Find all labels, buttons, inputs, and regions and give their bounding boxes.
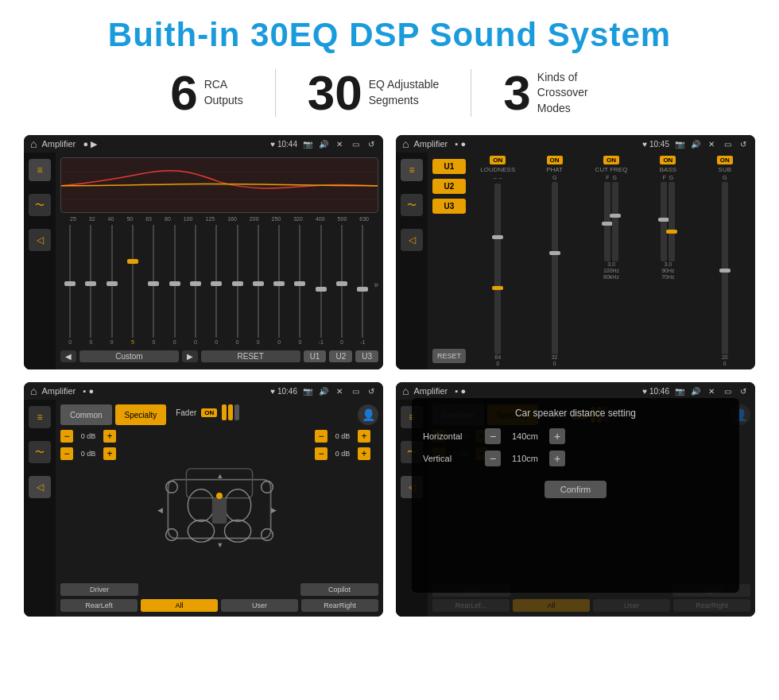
- phat-on-badge[interactable]: ON: [547, 156, 563, 164]
- eq-u2-button[interactable]: U2: [329, 350, 352, 362]
- bass-on-badge[interactable]: ON: [660, 156, 676, 164]
- sp-minus-2[interactable]: −: [60, 447, 73, 460]
- distance-dialog: Car speaker distance setting Horizontal …: [412, 398, 739, 593]
- stat-crossover: 3 Kinds ofCrossover Modes: [471, 68, 640, 118]
- eq-icon[interactable]: ≡: [29, 159, 51, 181]
- eq-bottom-row: ◀ Custom ▶ RESET U1 U2 U3: [60, 348, 378, 365]
- screen-eq: ⌂ Amplifier ● ▶ ♥ 10:44 📷 🔊 ✕ ▭ ↺ ≡ 〜 ◁: [24, 135, 383, 369]
- specialty-tab[interactable]: Specialty: [115, 404, 167, 425]
- person-icon[interactable]: 👤: [358, 404, 378, 425]
- home-icon-1[interactable]: ⌂: [30, 137, 37, 150]
- x-icon-4[interactable]: ✕: [706, 385, 717, 396]
- wave-icon[interactable]: 〜: [29, 194, 51, 216]
- amp-u1-button[interactable]: U1: [432, 159, 466, 174]
- speaker-icon-3[interactable]: ◁: [29, 476, 51, 498]
- back-icon-4[interactable]: ↺: [738, 385, 749, 396]
- home-icon-2[interactable]: ⌂: [402, 137, 409, 150]
- window-icon-1[interactable]: ▭: [350, 138, 361, 149]
- fader-slider-3[interactable]: [234, 404, 239, 420]
- time-4: ♥ 10:46: [642, 387, 669, 396]
- eq-icon-2[interactable]: ≡: [401, 159, 423, 181]
- eq-slider-11[interactable]: 0: [290, 225, 309, 345]
- eq-slider-4[interactable]: 0: [144, 225, 163, 345]
- horizontal-label: Horizontal: [423, 431, 479, 441]
- eq-slider-7[interactable]: 0: [207, 225, 226, 345]
- eq-icon-3[interactable]: ≡: [29, 406, 51, 428]
- eq-slider-12[interactable]: -1: [312, 225, 331, 345]
- sp-plus-3[interactable]: +: [358, 430, 370, 443]
- window-icon-3[interactable]: ▭: [350, 385, 361, 396]
- eq-custom-button[interactable]: Custom: [79, 350, 179, 362]
- back-icon-1[interactable]: ↺: [366, 138, 377, 149]
- home-icon-4[interactable]: ⌂: [402, 385, 409, 397]
- sp-plus-4[interactable]: +: [358, 447, 370, 460]
- eq-next-button[interactable]: ▶: [182, 350, 198, 362]
- amp-u3-button[interactable]: U3: [432, 199, 466, 214]
- amp-reset-button[interactable]: RESET: [432, 349, 466, 363]
- back-icon-3[interactable]: ↺: [366, 385, 377, 396]
- eq-freq-labels: 25 32 40 50 63 80 100 125 160 200 250 32…: [60, 216, 378, 222]
- confirm-button[interactable]: Confirm: [545, 481, 607, 498]
- loudness-on-badge[interactable]: ON: [490, 156, 506, 164]
- user-button[interactable]: User: [221, 599, 298, 612]
- rearleft-button[interactable]: RearLeft: [60, 599, 138, 612]
- horizontal-minus-button[interactable]: −: [485, 428, 501, 444]
- eq-prev-button[interactable]: ◀: [60, 350, 76, 362]
- eq-sliders-area: 0 0 0 5 0 0 0 0 0 0 0 0 -1 0 -1: [60, 222, 378, 348]
- x-icon-3[interactable]: ✕: [334, 385, 345, 396]
- eq-slider-2[interactable]: 0: [103, 225, 122, 345]
- eq-slider-1[interactable]: 0: [81, 225, 100, 345]
- sp-top-tabs: Common Specialty Fader ON 👤: [60, 404, 378, 425]
- eq-reset-button[interactable]: RESET: [201, 350, 300, 362]
- vertical-label: Vertical: [423, 454, 479, 463]
- eq-slider-13[interactable]: 0: [332, 225, 351, 345]
- volume-icon-3: 🔊: [318, 385, 329, 396]
- sp-minus-3[interactable]: −: [315, 430, 327, 443]
- x-icon-2[interactable]: ✕: [706, 138, 717, 149]
- cutfreq-on-badge[interactable]: ON: [603, 156, 619, 164]
- copilot-button[interactable]: Copilot: [300, 583, 378, 596]
- amp-u2-button[interactable]: U2: [432, 179, 466, 194]
- home-icon-3[interactable]: ⌂: [30, 385, 37, 397]
- sp-plus-2[interactable]: +: [103, 447, 116, 460]
- rearright-button[interactable]: RearRight: [301, 599, 378, 612]
- stat-rca: 6 RCAOutputs: [138, 68, 275, 118]
- eq-slider-3[interactable]: 5: [123, 225, 142, 345]
- back-icon-2[interactable]: ↺: [738, 138, 749, 149]
- vertical-minus-button[interactable]: −: [485, 451, 501, 466]
- driver-button[interactable]: Driver: [60, 583, 138, 596]
- sub-on-badge[interactable]: ON: [717, 156, 733, 164]
- fader-slider-1[interactable]: [222, 404, 227, 420]
- x-icon-1[interactable]: ✕: [334, 138, 345, 149]
- window-icon-4[interactable]: ▭: [722, 385, 733, 396]
- common-tab[interactable]: Common: [60, 404, 112, 425]
- eq-slider-10[interactable]: 0: [269, 225, 289, 345]
- more-icon[interactable]: »: [374, 280, 378, 289]
- eq-u1-button[interactable]: U1: [304, 350, 327, 362]
- sp-plus-1[interactable]: +: [103, 430, 116, 443]
- vertical-plus-button[interactable]: +: [549, 451, 565, 466]
- all-button[interactable]: All: [141, 599, 218, 612]
- sp-minus-1[interactable]: −: [60, 430, 73, 443]
- speaker-icon[interactable]: ◁: [29, 229, 51, 251]
- eq-slider-9[interactable]: 0: [249, 225, 268, 345]
- eq-slider-5[interactable]: 0: [165, 225, 184, 345]
- eq-slider-14[interactable]: -1: [353, 225, 372, 345]
- sp-db-row-4: − 0 dB +: [315, 447, 378, 460]
- time-2: ♥ 10:45: [642, 140, 669, 149]
- stat-eq-label: EQ AdjustableSegments: [369, 77, 440, 108]
- svg-point-14: [262, 528, 273, 540]
- eq-slider-0[interactable]: 0: [60, 225, 79, 345]
- horizontal-plus-button[interactable]: +: [549, 428, 565, 444]
- wave-icon-2[interactable]: 〜: [401, 194, 423, 216]
- fader-slider-2[interactable]: [228, 404, 233, 420]
- window-icon-2[interactable]: ▭: [722, 138, 733, 149]
- speaker-icon-2[interactable]: ◁: [401, 229, 423, 251]
- sp-minus-4[interactable]: −: [315, 447, 327, 460]
- eq-slider-8[interactable]: 0: [227, 225, 246, 345]
- volume-icon-1: 🔊: [318, 138, 329, 149]
- svg-point-6: [224, 489, 250, 521]
- wave-icon-3[interactable]: 〜: [29, 441, 51, 463]
- eq-slider-6[interactable]: 0: [186, 225, 205, 345]
- eq-u3-button[interactable]: U3: [355, 350, 378, 362]
